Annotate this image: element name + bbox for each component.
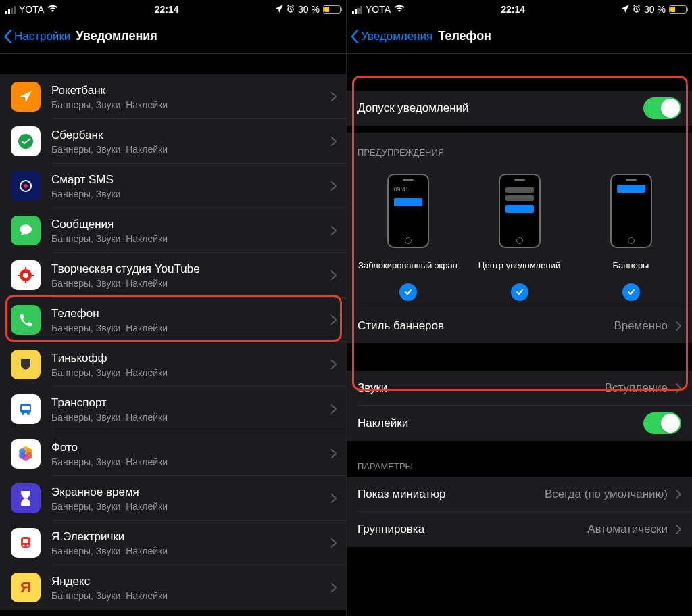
carrier-label: YOTA [366, 4, 391, 15]
app-row-yandex[interactable]: Я Яндекс Баннеры, Звуки, Наклейки [0, 565, 346, 610]
app-icon [11, 82, 41, 112]
alert-option-notification-center[interactable]: Центр уведомлений [464, 174, 575, 301]
app-sub: Баннеры, Звуки, Наклейки [51, 233, 327, 244]
chevron-right-icon [331, 538, 337, 548]
sounds-label: Звуки [357, 381, 387, 395]
alerts-header: ПРЕДУПРЕЖДЕНИЯ [347, 133, 692, 163]
status-time: 22:14 [501, 4, 525, 15]
app-name: Творческая студия YouTube [51, 262, 327, 276]
app-icon [11, 126, 41, 156]
badges-row[interactable]: Наклейки [347, 406, 692, 441]
app-sub: Баннеры, Звуки, Наклейки [51, 412, 327, 423]
app-name: Телефон [51, 306, 327, 321]
app-name: Сбербанк [51, 128, 327, 142]
chevron-right-icon [676, 490, 681, 499]
app-row-sberbank[interactable]: Сбербанк Баннеры, Звуки, Наклейки [0, 119, 346, 164]
app-row-transport[interactable]: Транспорт Баннеры, Звуки, Наклейки [0, 387, 346, 431]
app-name: Смарт SMS [51, 172, 327, 187]
location-icon [621, 4, 629, 15]
app-name: Тинькофф [51, 351, 327, 365]
banner-style-value: Временно [614, 319, 668, 333]
app-icon [11, 528, 41, 558]
svg-point-23 [27, 545, 29, 547]
sound-badge-panel: Звуки Вступление Наклейки [347, 371, 692, 441]
app-row-smart-sms[interactable]: Смарт SMS Баннеры, Звуки [0, 164, 346, 208]
app-sub: Баннеры, Звуки, Наклейки [51, 323, 327, 333]
alarm-icon [287, 4, 295, 15]
alerts-panel: ПРЕДУПРЕЖДЕНИЯ 09:41 Заблокированный экр… [347, 133, 692, 343]
alert-style-picker: 09:41 Заблокированный экран Центр ув [347, 163, 692, 308]
screen-phone-notification-settings: YOTA 22:14 30 % Уведомления Телефон [346, 0, 692, 616]
app-row-rocketbank[interactable]: Рокетбанк Баннеры, Звуки, Наклейки [0, 74, 346, 119]
alert-label: Заблокированный экран [358, 255, 458, 277]
back-button[interactable]: Уведомления [351, 30, 432, 43]
svg-rect-11 [22, 406, 30, 410]
phone-mock-icon [499, 174, 541, 248]
badges-label: Наклейки [357, 417, 408, 430]
app-name: Сообщения [51, 217, 327, 231]
app-icon [11, 394, 41, 424]
location-icon [275, 4, 283, 15]
app-row-phone[interactable]: Телефон Баннеры, Звуки, Наклейки [0, 298, 346, 342]
preview-value: Всегда (по умолчанию) [545, 488, 668, 501]
allow-toggle[interactable] [643, 97, 681, 119]
app-row-trains[interactable]: Я.Электрички Баннеры, Звуки, Наклейки [0, 521, 346, 565]
status-bar: YOTA 22:14 30 % [347, 0, 692, 19]
app-sub: Баннеры, Звуки, Наклейки [51, 144, 327, 155]
options-header: ПАРАМЕТРЫ [347, 441, 692, 477]
app-row-messages[interactable]: Сообщения Баннеры, Звуки, Наклейки [0, 208, 346, 253]
svg-point-12 [22, 412, 24, 415]
svg-point-13 [27, 412, 30, 415]
app-sub: Баннеры, Звуки, Наклейки [51, 456, 327, 467]
banner-style-row[interactable]: Стиль баннеров Временно [347, 308, 692, 343]
app-name: Фото [51, 440, 327, 454]
svg-point-22 [23, 545, 25, 547]
chevron-right-icon [331, 137, 337, 146]
svg-point-1 [18, 134, 33, 149]
app-sub: Баннеры, Звуки, Наклейки [51, 278, 327, 289]
status-bar: YOTA 22:14 30 % [0, 0, 346, 19]
battery-percent: 30 % [644, 4, 666, 15]
app-sub: Баннеры, Звуки, Наклейки [51, 590, 327, 601]
battery-icon [669, 5, 687, 14]
options-panel: Показ миниатюр Всегда (по умолчанию) Гру… [347, 477, 692, 547]
alert-option-banners[interactable]: Баннеры [575, 174, 687, 301]
banner-style-label: Стиль баннеров [357, 319, 444, 333]
status-right: 30 % [275, 4, 341, 15]
sounds-row[interactable]: Звуки Вступление [347, 371, 692, 406]
alert-option-lockscreen[interactable]: 09:41 Заблокированный экран [352, 174, 464, 301]
chevron-right-icon [676, 525, 681, 534]
battery-percent: 30 % [298, 4, 320, 15]
app-list: Рокетбанк Баннеры, Звуки, Наклейки Сберб… [0, 74, 346, 610]
app-row-photos[interactable]: Фото Баннеры, Звуки, Наклейки [0, 431, 346, 476]
status-left: YOTA [352, 4, 405, 15]
chevron-right-icon [331, 181, 337, 191]
app-row-screen-time[interactable]: Экранное время Баннеры, Звуки, Наклейки [0, 476, 346, 521]
chevron-right-icon [331, 92, 337, 101]
app-sub: Баннеры, Звуки, Наклейки [51, 546, 327, 556]
app-row-tinkoff[interactable]: Тинькофф Баннеры, Звуки, Наклейки [0, 342, 346, 387]
svg-point-5 [23, 273, 28, 278]
grouping-value: Автоматически [587, 523, 668, 536]
allow-notifications-row[interactable]: Допуск уведомлений [347, 91, 692, 126]
badges-toggle[interactable] [643, 412, 681, 434]
chevron-right-icon [331, 315, 337, 325]
alarm-icon [633, 4, 641, 15]
app-sub: Баннеры, Звуки, Наклейки [51, 501, 327, 512]
chevron-right-icon [331, 270, 337, 280]
back-label: Настройки [14, 30, 70, 43]
back-button[interactable]: Настройки [4, 30, 70, 43]
app-row-youtube-studio[interactable]: Творческая студия YouTube Баннеры, Звуки… [0, 253, 346, 298]
app-icon [11, 171, 41, 201]
app-name: Яндекс [51, 574, 327, 588]
preview-row[interactable]: Показ миниатюр Всегда (по умолчанию) [347, 477, 692, 512]
chevron-right-icon [331, 360, 337, 369]
svg-point-3 [24, 184, 28, 188]
status-left: YOTA [5, 4, 58, 15]
allow-notifications-panel: Допуск уведомлений [347, 91, 692, 126]
check-icon [511, 283, 528, 301]
screen-notifications-list: YOTA 22:14 30 % Настройки Уведомления [0, 0, 346, 616]
chevron-right-icon [331, 449, 337, 458]
app-sub: Баннеры, Звуки [51, 189, 327, 199]
grouping-row[interactable]: Группировка Автоматически [347, 512, 692, 547]
